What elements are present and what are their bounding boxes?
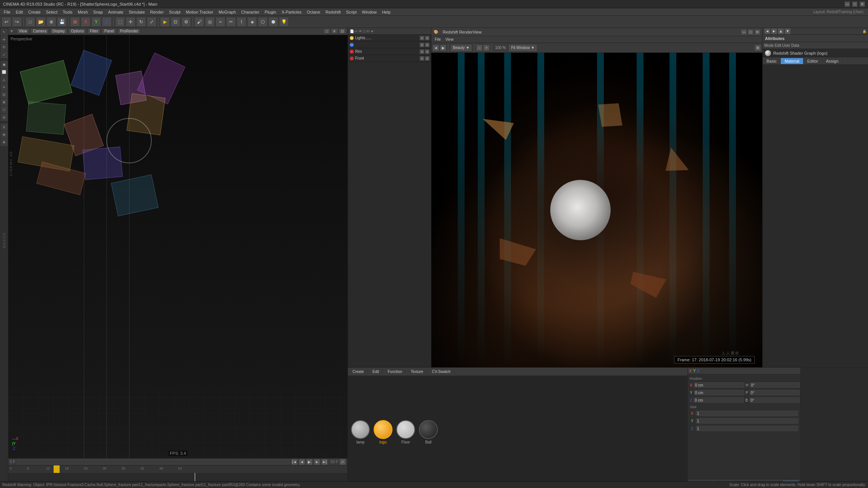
toolbar-btn-light[interactable]: 💡 [279,17,289,27]
attr-tab-material[interactable]: Material [781,58,803,64]
om-icon-objects[interactable]: ⬡ [363,29,366,33]
mat-tab-function[interactable]: Function [385,369,405,374]
om-row-front[interactable]: Front ● ● [348,55,431,62]
om-icon-vis1[interactable]: ● [420,36,424,40]
om-row-rim[interactable]: Rim ● ● [348,48,431,55]
toolbar-btn-open[interactable]: 📂 [36,17,46,27]
toolbar-btn-knife[interactable]: ✂ [226,17,236,27]
om-row-item2[interactable]: ● ● [348,41,431,48]
toolbar-btn-y[interactable]: Y [91,17,101,27]
menu-plugin[interactable]: Plugin [262,9,279,15]
mat-swatch-ball[interactable]: Ball [419,420,438,444]
coords-pos-h[interactable] [750,382,800,388]
toolbar-btn-spline[interactable]: ⌇ [237,17,246,27]
rv-btn-settings[interactable]: ⚙ [755,45,761,51]
menu-motion-tracker[interactable]: Motion Tracker [183,9,215,15]
rv-close[interactable]: ✕ [755,29,760,35]
menu-render[interactable]: Render [148,9,166,15]
menu-snap[interactable]: Snap [91,9,105,15]
attr-tab-assign[interactable]: Assign [822,58,843,64]
vp-tab-camera[interactable]: Camera [31,28,49,34]
tl-btn-play[interactable]: ▶ [306,459,312,465]
menu-redshift[interactable]: Redshift [323,9,343,15]
menu-window[interactable]: Window [360,9,379,15]
tl-btn-expand[interactable]: ⤢ [340,459,346,465]
menu-character[interactable]: Character [239,9,262,15]
toolbar-btn-x[interactable]: X [81,17,91,27]
coords-pos-x[interactable] [694,382,744,388]
om-icon-item2-vis2[interactable]: ● [425,43,429,47]
toolbar-btn-render[interactable]: ▶ [160,17,170,27]
rv-btn-zoom-in[interactable]: + [483,45,489,51]
sidebar-icon-tool9[interactable]: ⊕ [1,131,8,138]
rv-btn-zoom-out[interactable]: − [476,45,482,51]
rv-menu-view[interactable]: View [443,37,456,42]
coords-size-y[interactable] [696,418,798,424]
om-icon-rim-vis1[interactable]: ● [420,49,424,54]
om-icon-view[interactable]: 👁 [359,29,362,33]
vp-tab-display[interactable]: Display [50,28,67,34]
om-icon-item2-vis1[interactable]: ● [420,43,424,47]
om-icon-tags[interactable]: 🏷 [366,29,370,33]
tl-btn-prev-frame[interactable]: ◄ [299,459,305,465]
mat-swatch-floor[interactable]: Floor [396,420,415,444]
om-icon-front-vis1[interactable]: ● [420,56,424,61]
toolbar-btn-undo[interactable]: ↩ [2,17,11,27]
coords-pos-b[interactable] [749,397,800,403]
toolbar-btn-sculpt-tool[interactable]: ◎ [205,17,215,27]
toolbar-btn-select-rect[interactable]: ⬚ [115,17,125,27]
vp-btn-maximize[interactable]: □ [323,28,330,34]
attr-nav-right[interactable]: ► [771,28,777,34]
sidebar-icon-tool8[interactable]: ◎ [1,114,8,121]
menu-mograph[interactable]: MoGraph [216,9,238,15]
toolbar-btn-obj3[interactable]: ⬢ [268,17,278,27]
om-icon-front-vis2[interactable]: ● [425,56,429,61]
tl-btn-rewind[interactable]: |◄ [291,459,297,465]
mat-swatch-logo[interactable]: logo [374,420,392,444]
sidebar-icon-tool5[interactable]: ⊡ [1,91,8,98]
menu-animate[interactable]: Animate [106,9,126,15]
toolbar-btn-obj1[interactable]: ◈ [247,17,257,27]
rv-btn-back[interactable]: ◄ [433,45,439,51]
menu-script[interactable]: Script [344,9,359,15]
tl-scrubber[interactable] [18,460,288,464]
toolbar-btn-new[interactable]: □ [25,17,35,27]
toolbar-btn-render-settings[interactable]: ⚙ [181,17,191,27]
menu-octane[interactable]: Octane [305,9,322,15]
menu-simulate[interactable]: Simulate [126,9,147,15]
viewport-canvas[interactable]: —X |Y ·Z Perspective FPS: 3.4 [8,35,348,458]
toolbar-btn-save[interactable]: 💾 [57,17,67,27]
om-icon-file[interactable]: 📄 [350,29,354,33]
sidebar-icon-tool3[interactable]: △ [1,76,8,83]
coords-pos-z[interactable] [694,397,744,403]
tl-btn-end[interactable]: ►| [322,459,328,465]
toolbar-btn-smooth[interactable]: ≈ [215,17,225,27]
om-icon-bookmarks[interactable]: ★ [371,29,374,33]
mat-swatch-lamp[interactable]: lamp [351,420,370,444]
attr-nav-up[interactable]: ▲ [778,28,784,34]
close-button[interactable]: ✕ [860,2,865,7]
menu-edit[interactable]: Edit [14,9,25,15]
coords-size-z[interactable] [696,426,798,431]
rv-canvas[interactable]: Frame: 17: 2018-07-19 20:02:16 (5.99s) 人… [431,53,762,367]
sidebar-icon-rotate[interactable]: ↻ [1,44,8,51]
mat-tab-texture[interactable]: Texture [408,369,427,374]
sidebar-icon-tool7[interactable]: ⬡ [1,106,8,113]
sidebar-icon-tool6[interactable]: ⊞ [1,99,8,106]
menu-tools[interactable]: Tools [60,9,75,15]
om-icon-vis2[interactable]: ● [425,36,429,40]
minimize-button[interactable]: — [845,2,850,7]
menu-create[interactable]: Create [26,9,43,15]
vp-tab-panel[interactable]: Panel [102,28,116,34]
mat-tab-create[interactable]: Create [349,369,367,374]
om-icon-rim-vis2[interactable]: ● [425,49,429,54]
coords-pos-p[interactable] [749,390,800,395]
rv-fit-dropdown[interactable]: Fit Window ▼ [508,44,537,52]
menu-mesh[interactable]: Mesh [75,9,90,15]
sidebar-icon-tool1[interactable]: ◉ [1,61,8,68]
rv-minimize[interactable]: — [741,29,746,35]
toolbar-btn-render-region[interactable]: ⊡ [171,17,180,27]
vp-tab-filter[interactable]: Filter [88,28,100,34]
menu-x-particles[interactable]: X-Particles [279,9,304,15]
mat-tab-edit[interactable]: Edit [369,369,382,374]
